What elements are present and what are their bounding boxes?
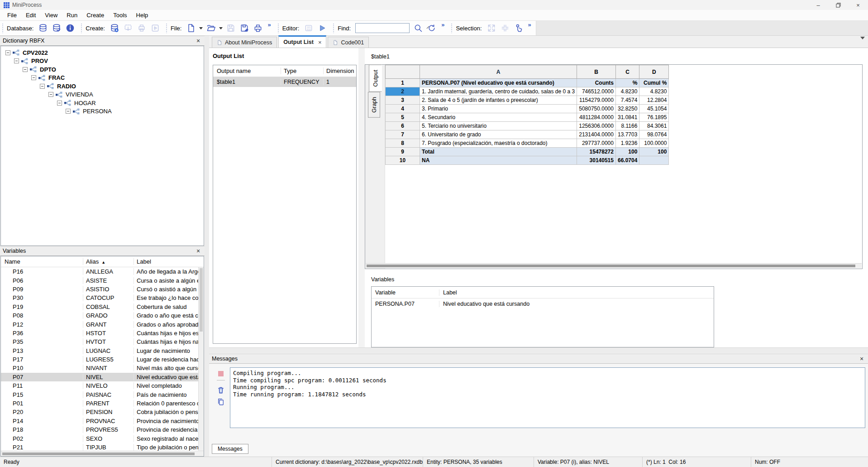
column-header-alias[interactable]: Alias▲ <box>83 258 134 265</box>
variable-row[interactable]: P21 TIPJUB Tipo de jubilación o pensión … <box>1 443 204 451</box>
menu-item[interactable]: View <box>40 11 62 19</box>
grid-row[interactable]: 7 6. Universitario de grado 2131404.0000… <box>386 130 669 139</box>
toolbar-grip[interactable] <box>277 23 280 33</box>
grid-row[interactable]: 9 Total 15478272 100 100 <box>386 148 669 156</box>
new-file-dropdown-icon[interactable] <box>199 27 203 29</box>
variable-row[interactable]: P06 ASISTE Cursa o asiste a algún establ… <box>1 276 204 284</box>
search-icon[interactable] <box>412 23 424 34</box>
grid-cell-c[interactable]: 7.4574 <box>615 96 639 105</box>
horizontal-scrollbar[interactable] <box>366 263 862 268</box>
collapse-expander-icon[interactable] <box>40 84 45 89</box>
toolbar-grip[interactable] <box>333 23 335 33</box>
variable-row[interactable]: P10 NIVANT Nivel más alto que cursó <box>1 364 204 372</box>
grid-cell-d[interactable]: 100 <box>639 148 669 156</box>
column-header-label[interactable]: Label <box>134 258 204 265</box>
pointer-selection-icon[interactable] <box>513 23 525 34</box>
grid-cell-b[interactable]: 30140515 <box>577 156 616 165</box>
grid-cell-d[interactable]: 100.0000 <box>639 139 669 148</box>
grid-cell-b[interactable]: 297737.0000 <box>577 139 616 148</box>
database-check-button[interactable] <box>51 23 62 34</box>
variable-row[interactable]: P14 PROVNAC Provincia de nacimiento <box>1 417 204 425</box>
grid-cell-a[interactable]: 5. Terciario no universitario <box>420 122 577 130</box>
grid-column-header-b[interactable]: B <box>577 65 616 79</box>
tree-item-cpv2022[interactable]: CPV2022 <box>1 48 204 57</box>
tree-item-radio[interactable]: RADIO <box>1 82 204 91</box>
grid-cell-a[interactable]: PERSONA.P07 (Nivel educativo que está cu… <box>420 79 577 87</box>
variable-row[interactable]: P12 GRANT Grados o años aprobados <box>1 320 204 328</box>
column-header-variable[interactable]: Variable <box>372 289 439 296</box>
grid-cell-a[interactable]: NA <box>420 156 577 165</box>
grid-row[interactable]: 6 5. Terciario no universitario 1256306.… <box>386 122 669 130</box>
variable-row[interactable]: P20 PENSION Cobra jubilación o pensión <box>1 408 204 416</box>
editor-data-icon[interactable]: 101010 <box>303 23 315 34</box>
vertical-splitter[interactable] <box>358 48 365 347</box>
grid-cell-b[interactable]: 4811284.0000 <box>577 113 616 122</box>
grid-cell-b[interactable]: 5080750.0000 <box>577 105 616 113</box>
grid-cell-b[interactable]: 1256306.0000 <box>577 122 616 130</box>
column-header-type[interactable]: Type <box>281 67 324 74</box>
menu-item[interactable]: Create <box>82 11 109 19</box>
open-database-button[interactable] <box>37 23 49 34</box>
variable-row[interactable]: P08 GRADO Grado o año que está cursando <box>1 311 204 320</box>
grid-cell-c[interactable]: 32.8250 <box>615 105 639 113</box>
tree-item-vivienda[interactable]: VIVIENDA <box>1 91 204 99</box>
collapse-expander-icon[interactable] <box>14 58 19 63</box>
database-info-button[interactable] <box>64 23 76 34</box>
variable-row[interactable]: P30 CATOCUP Ese trabajo ¿lo hace como... <box>1 294 204 302</box>
grid-cell-d[interactable]: 4.8230 <box>639 87 669 96</box>
file-overflow-chevron[interactable]: » <box>267 21 271 29</box>
grid-cell-c[interactable]: 4.8230 <box>615 87 639 96</box>
column-header-label[interactable]: Label <box>439 289 714 296</box>
tree-item-prov[interactable]: PROV <box>1 57 204 66</box>
toolbar-grip[interactable] <box>81 23 83 33</box>
grid-row[interactable]: 2 1. Jardín maternal, guardería, centro … <box>386 87 669 96</box>
expand-selection-icon[interactable] <box>486 23 497 34</box>
menu-item[interactable]: Help <box>132 11 153 19</box>
collapse-expander-icon[interactable] <box>48 92 53 97</box>
grid-row-header[interactable]: 10 <box>386 156 420 165</box>
variable-row[interactable]: P01 PARENT Relación 0 parentesco con la … <box>1 399 204 408</box>
tab-output-list[interactable]: Output List × <box>278 35 326 48</box>
variable-row[interactable]: P02 SEXO Sexo registrado al nacer <box>1 434 204 443</box>
json-export-icon[interactable] <box>136 23 148 34</box>
scrollbar-thumb[interactable] <box>367 265 855 267</box>
variable-row[interactable]: P35 HVTOT Cuántas hijas e hijos nacidos … <box>1 337 204 346</box>
tree-item-dpto[interactable]: DPTO <box>1 65 204 74</box>
grid-cell-d[interactable]: Cumul % <box>639 79 669 87</box>
grid-row-header[interactable]: 8 <box>386 139 420 148</box>
grid-cell-c[interactable]: 66.0704 <box>615 156 639 165</box>
grid-cell-d[interactable]: 12.2804 <box>639 96 669 105</box>
create-database-button[interactable] <box>109 23 120 34</box>
close-icon[interactable]: × <box>858 355 865 362</box>
grid-cell-b[interactable]: Counts <box>577 79 616 87</box>
menu-item[interactable]: Tools <box>109 11 131 19</box>
collapse-expander-icon[interactable] <box>57 101 62 106</box>
grid-cell-a[interactable]: 6. Universitario de grado <box>420 130 577 139</box>
variable-row[interactable]: P15 PAISNAC País de nacimiento <box>1 390 204 399</box>
variable-row[interactable]: P17 LUGRES5 Lugar de residencia hace 5 a… <box>1 355 204 364</box>
create-run-icon[interactable] <box>149 23 161 34</box>
grid-column-header-d[interactable]: D <box>639 65 669 79</box>
toolbar-grip[interactable] <box>166 23 168 33</box>
grid-cell-c[interactable]: % <box>615 79 639 87</box>
save-button[interactable] <box>225 23 237 34</box>
grid-row[interactable]: 4 3. Primario 5080750.0000 32.8250 45.10… <box>386 105 669 113</box>
grid-row-header[interactable]: 4 <box>386 105 420 113</box>
column-header-dimension[interactable]: Dimension <box>324 67 356 74</box>
grid-cell-a[interactable]: 4. Secundario <box>420 113 577 122</box>
grid-cell-b[interactable]: 2131404.0000 <box>577 130 616 139</box>
clear-messages-icon[interactable] <box>217 386 225 394</box>
grid-row-header[interactable]: 9 <box>386 148 420 156</box>
replace-icon[interactable] <box>426 23 438 34</box>
tab-about-miniprocess[interactable]: About MiniProcess <box>212 37 277 48</box>
tree-item-persona[interactable]: PERSONA <box>1 107 204 116</box>
variable-row[interactable]: P36 HSTOT Cuántas hijas e hijos están vi… <box>1 329 204 337</box>
grid-cell-d[interactable] <box>639 156 669 165</box>
vertical-scrollbar[interactable] <box>198 267 204 451</box>
close-icon[interactable]: × <box>195 247 202 255</box>
find-combobox[interactable] <box>355 23 410 33</box>
variable-row[interactable]: P11 NIVELO Nivel completado <box>1 381 204 390</box>
collapse-selection-icon[interactable] <box>499 23 511 34</box>
messages-console[interactable]: Compiling program...Time compiling spc p… <box>230 367 865 428</box>
collapse-expander-icon[interactable] <box>23 67 28 72</box>
